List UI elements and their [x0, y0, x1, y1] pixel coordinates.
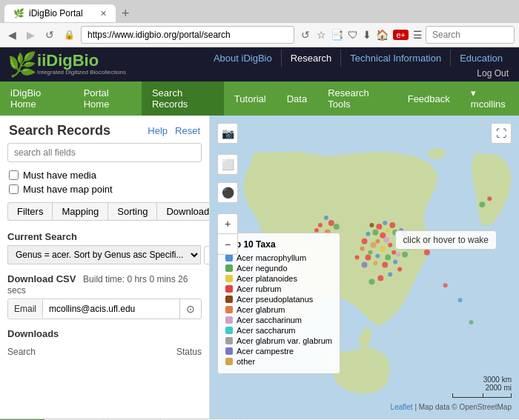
svg-point-28: [355, 256, 360, 260]
col-search: Search: [7, 347, 36, 357]
legend-color-3: [225, 285, 233, 293]
refresh-search-button[interactable]: ↻: [204, 246, 210, 264]
legend-title: Top 10 Taxa: [225, 239, 332, 250]
header-link-technical[interactable]: Technical Information: [341, 50, 451, 67]
svg-point-31: [382, 262, 388, 268]
scale-bar: [452, 393, 512, 398]
tab-close-button[interactable]: ✕: [100, 9, 107, 19]
svg-point-13: [362, 239, 368, 244]
nav-tutorial[interactable]: Tutorial: [224, 87, 277, 110]
header-link-education[interactable]: Education: [451, 50, 512, 67]
zoom-in-button[interactable]: +: [217, 213, 238, 234]
legend-label-4: Acer pseudoplatanus: [237, 295, 313, 304]
logout-button[interactable]: Log Out: [474, 67, 512, 80]
camera-control-button[interactable]: 📷: [217, 123, 238, 144]
legend-label-2: Acer platanoides: [237, 274, 297, 283]
svg-point-1: [376, 224, 382, 230]
send-icon: ⊙: [186, 303, 195, 315]
active-tab: 🌿 iDigBio Portal ✕: [4, 4, 116, 22]
fullscreen-button[interactable]: ⛶: [491, 123, 512, 144]
must-have-media-checkbox[interactable]: [9, 170, 19, 180]
home-icon[interactable]: 🏠: [376, 29, 389, 41]
must-have-map-row: Must have map point: [0, 182, 209, 196]
map-attribution: Leaflet | Map data © OpenStreetMap: [391, 403, 512, 411]
logo-text: iiDigBio Integrated Digitized Biocollect…: [37, 53, 126, 76]
download-icon[interactable]: ⬇: [363, 29, 371, 41]
legend-color-0: [225, 254, 233, 261]
search-query-select[interactable]: Genus = acer. Sort by Genus asc Specifi.…: [7, 245, 201, 264]
legend-label-9: Acer campestre: [237, 347, 294, 356]
browser-search-input[interactable]: [426, 26, 515, 44]
svg-point-11: [383, 237, 389, 243]
tab-bar: 🌿 iDigBio Portal ✕ +: [0, 0, 519, 22]
legend-item-other: other: [225, 357, 332, 366]
back-button[interactable]: ◀: [4, 27, 20, 42]
legend-item-8: Acer glabrum var. glabrum: [225, 336, 332, 345]
nav-search-records[interactable]: Search Records: [142, 81, 224, 116]
svg-point-37: [334, 224, 340, 230]
logo-subtitle: Integrated Digitized Biocollections: [37, 69, 126, 76]
search-all-fields-input[interactable]: [7, 143, 202, 162]
extension-icon[interactable]: e+: [393, 30, 409, 40]
nav-feedback[interactable]: Feedback: [397, 87, 460, 110]
current-search-label: Current Search: [7, 231, 202, 242]
download-button[interactable]: Download: [157, 202, 210, 221]
downloads-header: Downloads: [7, 328, 202, 342]
svg-point-3: [372, 230, 378, 236]
nav-idigbio-home[interactable]: iDigBio Home: [0, 81, 73, 116]
reload-button[interactable]: ↺: [42, 27, 58, 42]
email-type-label: Email: [8, 300, 43, 318]
menu-icon[interactable]: ☰: [413, 29, 423, 41]
svg-point-25: [385, 255, 391, 261]
svg-point-20: [391, 250, 396, 255]
url-bar[interactable]: [81, 26, 294, 44]
nav-data[interactable]: Data: [277, 87, 317, 110]
scale-2000mi: 2000 mi: [452, 384, 512, 392]
panel-action-links: Help Reset: [148, 125, 200, 136]
main-layout: Search Records Help Reset Must have medi…: [0, 116, 519, 419]
star-icon[interactable]: ☆: [317, 29, 326, 41]
email-input[interactable]: [43, 300, 179, 318]
nav-user-menu[interactable]: ▾ mcollins: [460, 81, 519, 116]
legend-item-3: Acer rubrum: [225, 284, 332, 293]
square-control-button[interactable]: ⬜: [217, 154, 238, 175]
reset-link[interactable]: Reset: [175, 125, 200, 136]
filters-button[interactable]: Filters: [7, 202, 53, 221]
svg-point-36: [324, 216, 328, 220]
forward-button[interactable]: ▶: [23, 27, 39, 42]
filter-buttons-group: Filters Mapping Sorting Download: [7, 202, 202, 221]
must-have-map-checkbox[interactable]: [9, 184, 19, 194]
map-controls: 📷 ⬜ ⚫ + −: [217, 123, 238, 255]
svg-point-4: [386, 228, 390, 233]
panel-header: Search Records Help Reset: [0, 116, 209, 143]
email-go-button[interactable]: ⊙: [179, 299, 201, 319]
map-tooltip: click or hover to wake: [395, 230, 497, 250]
tab-favicon: 🌿: [13, 8, 24, 19]
downloads-section: Downloads Search Status: [0, 324, 209, 364]
svg-point-18: [368, 250, 372, 255]
sorting-button[interactable]: Sorting: [108, 202, 157, 221]
nav-portal-home[interactable]: Portal Home: [73, 81, 142, 116]
mapping-button[interactable]: Mapping: [53, 202, 108, 221]
svg-point-43: [368, 279, 374, 284]
header-link-research[interactable]: Research: [282, 50, 342, 67]
header-link-about[interactable]: About iDigBio: [205, 50, 282, 67]
leaflet-link[interactable]: Leaflet: [391, 403, 413, 411]
refresh-url-button[interactable]: ↺: [297, 27, 314, 42]
legend-item-2: Acer platanoides: [225, 274, 332, 283]
svg-point-35: [328, 220, 334, 226]
legend-item-1: Acer negundo: [225, 264, 332, 273]
legend-item-6: Acer saccharinum: [225, 316, 332, 324]
legend-item-5: Acer glabrum: [225, 305, 332, 314]
svg-point-51: [469, 320, 473, 324]
circle-control-button[interactable]: ⚫: [217, 182, 238, 203]
nav-research-tools[interactable]: Research Tools: [317, 81, 397, 116]
new-tab-button[interactable]: +: [116, 6, 136, 21]
downloads-columns: Search Status: [7, 347, 202, 360]
help-link[interactable]: Help: [148, 125, 168, 136]
tab-title: iDigBio Portal: [29, 8, 96, 19]
zoom-out-button[interactable]: −: [217, 234, 238, 255]
bookmark-icon[interactable]: 📑: [331, 29, 343, 41]
shield-icon[interactable]: 🛡: [348, 29, 358, 41]
lock-icon: 🔒: [61, 30, 78, 40]
